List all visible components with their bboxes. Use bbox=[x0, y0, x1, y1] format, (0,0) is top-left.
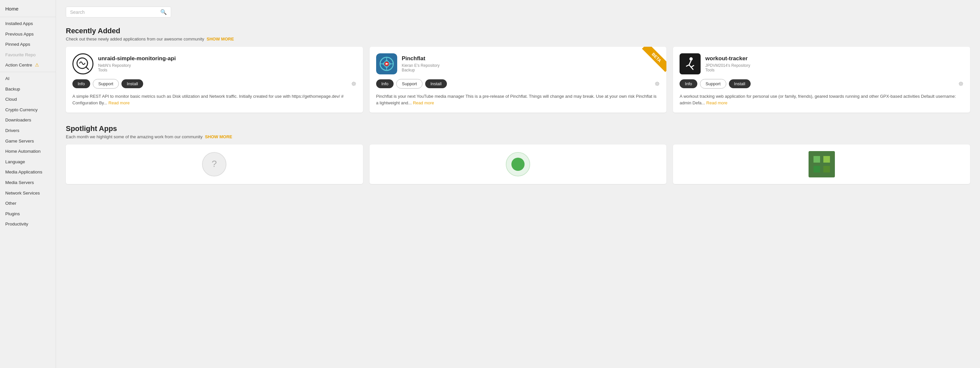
svg-line-1 bbox=[86, 67, 89, 70]
support-button-monitoring[interactable]: Support bbox=[93, 79, 119, 89]
sidebar: Home Installed Apps Previous Apps Pinned… bbox=[0, 0, 56, 368]
support-button-workout[interactable]: Support bbox=[700, 79, 726, 89]
app-repo-workout: JPDVM2014's Repository bbox=[705, 63, 750, 68]
sidebar-item-other[interactable]: Other bbox=[0, 198, 56, 209]
sidebar-item-previous-apps[interactable]: Previous Apps bbox=[0, 29, 56, 40]
app-info-pinchflat: Pinchflat Kieran E's Repository Backup bbox=[402, 55, 440, 72]
spotlight-icon-1: ? bbox=[201, 151, 228, 177]
info-button-workout[interactable]: Info bbox=[679, 79, 697, 88]
spotlight-title: Spotlight Apps bbox=[66, 124, 970, 133]
spotlight-icon-2 bbox=[505, 151, 531, 177]
card-actions-monitoring: Info Support Install ☸ bbox=[72, 79, 356, 89]
card-actions-workout: Info Support Install ☸ bbox=[679, 79, 964, 89]
read-more-monitoring[interactable]: Read more bbox=[108, 100, 130, 105]
app-card-workout: workout-tracker JPDVM2014's Repository T… bbox=[673, 47, 970, 113]
sidebar-item-crypto-currency[interactable]: Crypto Currency bbox=[0, 105, 56, 115]
recently-added-subtitle: Check out these newly added applications… bbox=[66, 37, 970, 41]
app-repo-pinchflat: Kieran E's Repository bbox=[402, 63, 440, 68]
support-button-pinchflat[interactable]: Support bbox=[396, 79, 423, 89]
search-bar: 🔍 bbox=[66, 6, 171, 18]
app-icon-monitoring bbox=[72, 53, 94, 74]
sidebar-item-favourite-repo[interactable]: Favourite Repo bbox=[0, 50, 56, 60]
search-input[interactable] bbox=[70, 10, 160, 15]
card-header-workout: workout-tracker JPDVM2014's Repository T… bbox=[679, 53, 964, 74]
drag-icon-pinchflat: ☸ bbox=[655, 80, 660, 88]
install-button-pinchflat[interactable]: Install bbox=[425, 79, 447, 88]
app-name-workout: workout-tracker bbox=[705, 55, 750, 62]
main-content: 🔍 Recently Added Check out these newly a… bbox=[56, 0, 980, 368]
drag-icon-monitoring: ☸ bbox=[351, 80, 356, 88]
workout-svg bbox=[682, 56, 698, 72]
sidebar-item-network-services[interactable]: Network Services bbox=[0, 188, 56, 199]
sidebar-item-productivity[interactable]: Productivity bbox=[0, 219, 56, 229]
svg-rect-13 bbox=[813, 156, 820, 162]
app-name-pinchflat: Pinchflat bbox=[402, 55, 440, 62]
app-category-workout: Tools bbox=[705, 68, 750, 72]
sidebar-item-ai[interactable]: AI bbox=[0, 73, 56, 84]
info-button-monitoring[interactable]: Info bbox=[72, 79, 90, 88]
beta-badge-text: BETA bbox=[642, 47, 667, 72]
sidebar-item-backup[interactable]: Backup bbox=[0, 84, 56, 94]
info-button-pinchflat[interactable]: Info bbox=[376, 79, 394, 88]
svg-point-7 bbox=[689, 57, 693, 61]
spotlight-icon-3 bbox=[808, 151, 835, 177]
spotlight-card-3[interactable] bbox=[673, 145, 970, 184]
sidebar-item-language[interactable]: Language bbox=[0, 157, 56, 167]
recently-added-show-more[interactable]: SHOW MORE bbox=[207, 37, 234, 41]
drag-icon-workout: ☸ bbox=[958, 80, 964, 88]
app-info-workout: workout-tracker JPDVM2014's Repository T… bbox=[705, 55, 750, 72]
install-button-monitoring[interactable]: Install bbox=[121, 79, 143, 88]
recently-added-grid: unraid-simple-monitoring-api NebN's Repo… bbox=[66, 47, 970, 113]
app-category-monitoring: Tools bbox=[98, 68, 176, 72]
recently-added-title: Recently Added bbox=[66, 27, 970, 35]
card-header-monitoring: unraid-simple-monitoring-api NebN's Repo… bbox=[72, 53, 356, 74]
sidebar-item-downloaders[interactable]: Downloaders bbox=[0, 115, 56, 126]
spotlight-show-more[interactable]: SHOW MORE bbox=[205, 134, 232, 139]
spotlight-card-2[interactable] bbox=[369, 145, 667, 184]
card-description-workout: A workout tracking web application for p… bbox=[679, 93, 964, 106]
card-description-pinchflat: Pinchflat is your next YouTube media man… bbox=[376, 93, 660, 106]
read-more-workout[interactable]: Read more bbox=[706, 100, 727, 105]
card-header-pinchflat: Pinchflat Kieran E's Repository Backup bbox=[376, 53, 660, 74]
card-actions-pinchflat: Info Support Install ☸ bbox=[376, 79, 660, 89]
install-button-workout[interactable]: Install bbox=[729, 79, 751, 88]
card-description-monitoring: A simple REST API to monitor basic metri… bbox=[72, 93, 356, 106]
read-more-pinchflat[interactable]: Read more bbox=[413, 100, 434, 105]
app-name-monitoring: unraid-simple-monitoring-api bbox=[98, 55, 176, 62]
svg-rect-15 bbox=[813, 166, 820, 172]
app-icon-workout bbox=[679, 53, 701, 74]
warning-icon: ⚠ bbox=[35, 62, 39, 69]
sidebar-divider-top bbox=[0, 17, 56, 17]
sidebar-item-media-applications[interactable]: Media Applications bbox=[0, 167, 56, 177]
search-icon[interactable]: 🔍 bbox=[160, 9, 167, 15]
sidebar-item-installed-apps[interactable]: Installed Apps bbox=[0, 18, 56, 29]
sidebar-item-drivers[interactable]: Drivers bbox=[0, 126, 56, 136]
svg-text:?: ? bbox=[212, 159, 217, 169]
sidebar-item-cloud[interactable]: Cloud bbox=[0, 94, 56, 105]
app-category-pinchflat: Backup bbox=[402, 68, 440, 72]
monitoring-svg bbox=[75, 56, 91, 72]
sidebar-item-action-centre[interactable]: Action Centre ⚠ bbox=[0, 60, 56, 70]
sidebar-item-plugins[interactable]: Plugins bbox=[0, 209, 56, 219]
app-card-monitoring: unraid-simple-monitoring-api NebN's Repo… bbox=[66, 47, 363, 113]
sidebar-item-media-servers[interactable]: Media Servers bbox=[0, 177, 56, 188]
pinchflat-svg bbox=[376, 53, 397, 74]
sidebar-item-pinned-apps[interactable]: Pinned Apps bbox=[0, 39, 56, 50]
app-card-pinchflat: BETA Pinchflat Kieran E's Repository bbox=[369, 47, 667, 113]
app-info-monitoring: unraid-simple-monitoring-api NebN's Repo… bbox=[98, 55, 176, 72]
app-repo-monitoring: NebN's Repository bbox=[98, 63, 176, 68]
svg-rect-12 bbox=[808, 151, 835, 177]
svg-point-11 bbox=[511, 158, 525, 171]
app-icon-pinchflat bbox=[376, 53, 397, 74]
svg-rect-16 bbox=[823, 166, 830, 172]
sidebar-item-game-servers[interactable]: Game Servers bbox=[0, 136, 56, 147]
sidebar-home[interactable]: Home bbox=[0, 3, 56, 16]
svg-rect-14 bbox=[823, 156, 830, 162]
beta-badge: BETA bbox=[637, 47, 667, 76]
spotlight-grid: ? bbox=[66, 145, 970, 184]
spotlight-subtitle: Each month we highlight some of the amaz… bbox=[66, 134, 970, 139]
spotlight-card-1[interactable]: ? bbox=[66, 145, 363, 184]
sidebar-item-home-automation[interactable]: Home Automation bbox=[0, 146, 56, 157]
